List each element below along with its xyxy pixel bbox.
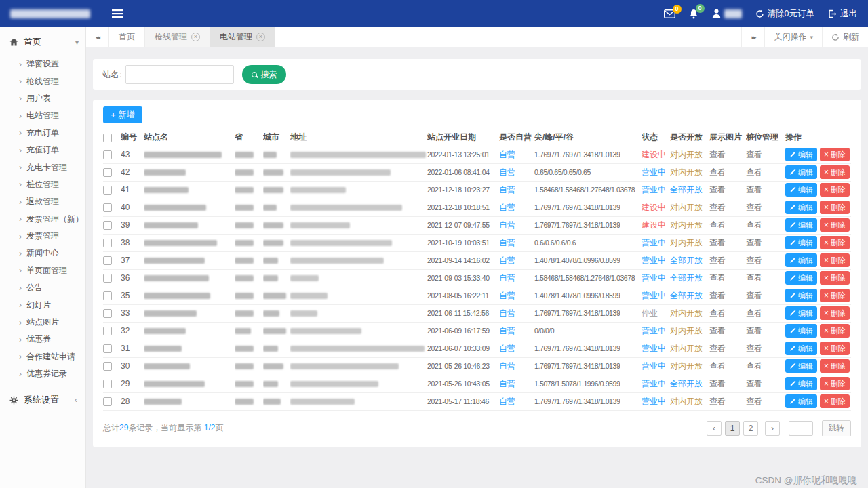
edit-button[interactable]: 编辑 (785, 201, 817, 214)
page-button-2[interactable]: 2 (743, 421, 758, 436)
view-images-link[interactable]: 查看 (709, 167, 726, 177)
view-images-link[interactable]: 查看 (709, 326, 726, 336)
view-piles-link[interactable]: 查看 (746, 396, 762, 406)
sidebar-item-18[interactable]: ›优惠券记录 (0, 365, 85, 382)
sidebar-item-6[interactable]: ›充电卡管理 (0, 159, 85, 176)
sidebar-item-5[interactable]: ›充值订单 (0, 142, 85, 159)
edit-button[interactable]: 编辑 (785, 253, 817, 267)
view-images-link[interactable]: 查看 (709, 291, 726, 300)
view-images-link[interactable]: 查看 (709, 256, 726, 265)
delete-button[interactable]: ×删除 (820, 218, 850, 232)
view-images-link[interactable]: 查看 (709, 361, 726, 371)
view-piles-link[interactable]: 查看 (746, 203, 762, 212)
view-piles-link[interactable]: 查看 (746, 273, 762, 283)
delete-button[interactable]: ×删除 (820, 271, 850, 285)
view-images-link[interactable]: 查看 (709, 344, 726, 353)
tab-2[interactable]: 电站管理× (210, 27, 275, 47)
row-checkbox[interactable] (103, 362, 112, 371)
edit-button[interactable]: 编辑 (785, 377, 817, 390)
view-piles-link[interactable]: 查看 (746, 150, 762, 159)
view-piles-link[interactable]: 查看 (746, 238, 762, 247)
sidebar-item-4[interactable]: ›充电订单 (0, 125, 85, 142)
delete-button[interactable]: ×删除 (820, 201, 850, 214)
sidebar-item-system-settings[interactable]: 系统设置 ‹ (0, 388, 85, 411)
sidebar-item-12[interactable]: ›单页面管理 (0, 262, 85, 279)
edit-button[interactable]: 编辑 (785, 359, 817, 373)
delete-button[interactable]: ×删除 (820, 359, 850, 373)
sidebar-item-8[interactable]: ›退款管理 (0, 193, 85, 210)
row-checkbox[interactable] (103, 203, 112, 212)
edit-button[interactable]: 编辑 (785, 306, 817, 320)
user-menu[interactable] (712, 9, 742, 18)
sidebar-item-15[interactable]: ›站点图片 (0, 314, 85, 331)
jump-button[interactable]: 跳转 (822, 420, 851, 436)
row-checkbox[interactable] (103, 291, 112, 300)
row-checkbox[interactable] (103, 380, 112, 388)
edit-button[interactable]: 编辑 (785, 289, 817, 302)
row-checkbox[interactable] (103, 256, 112, 265)
row-checkbox[interactable] (103, 239, 112, 247)
sidebar-item-9[interactable]: ›发票管理（新） (0, 211, 85, 228)
row-checkbox[interactable] (103, 150, 112, 159)
search-button[interactable]: 搜索 (242, 65, 286, 84)
edit-button[interactable]: 编辑 (785, 236, 817, 249)
edit-button[interactable]: 编辑 (785, 324, 817, 338)
jump-page-input[interactable] (789, 421, 813, 436)
row-checkbox[interactable] (103, 168, 112, 177)
view-piles-link[interactable]: 查看 (746, 291, 762, 300)
delete-button[interactable]: ×删除 (820, 148, 850, 161)
view-images-link[interactable]: 查看 (709, 203, 726, 212)
prev-page-button[interactable]: ‹ (707, 421, 722, 436)
sidebar-item-2[interactable]: ›用户表 (0, 90, 85, 107)
sidebar-item-10[interactable]: ›发票管理 (0, 228, 85, 245)
view-piles-link[interactable]: 查看 (746, 256, 762, 265)
delete-button[interactable]: ×删除 (820, 394, 850, 408)
mail-icon[interactable]: 0 (664, 9, 675, 18)
sidebar-item-14[interactable]: ›幻灯片 (0, 296, 85, 313)
view-images-link[interactable]: 查看 (709, 150, 726, 159)
row-checkbox[interactable] (103, 327, 112, 336)
edit-button[interactable]: 编辑 (785, 218, 817, 232)
view-piles-link[interactable]: 查看 (746, 220, 762, 230)
tab-0[interactable]: 首页 (109, 27, 145, 47)
delete-button[interactable]: ×删除 (820, 253, 850, 267)
delete-button[interactable]: ×删除 (820, 289, 850, 302)
sidebar-item-3[interactable]: ›电站管理 (0, 107, 85, 124)
sidebar-item-17[interactable]: ›合作建站申请 (0, 348, 85, 365)
sidebar-item-0[interactable]: ›弹窗设置 (0, 56, 85, 73)
sidebar-item-16[interactable]: ›优惠券 (0, 331, 85, 348)
delete-button[interactable]: ×删除 (820, 324, 850, 338)
tab-1[interactable]: 枪线管理× (145, 27, 210, 47)
delete-button[interactable]: ×删除 (820, 165, 850, 179)
view-piles-link[interactable]: 查看 (746, 308, 762, 318)
logout-button[interactable]: 退出 (828, 8, 857, 20)
row-checkbox[interactable] (103, 221, 112, 230)
view-piles-link[interactable]: 查看 (746, 167, 762, 177)
edit-button[interactable]: 编辑 (785, 183, 817, 197)
view-images-link[interactable]: 查看 (709, 220, 726, 230)
edit-button[interactable]: 编辑 (785, 148, 817, 161)
tab-close-icon[interactable]: × (256, 33, 265, 41)
next-page-button[interactable]: › (765, 421, 780, 436)
tabs-scroll-right-button[interactable]: ▸▸ (741, 27, 764, 47)
clear-zero-orders-button[interactable]: 清除0元订单 (755, 8, 814, 20)
refresh-tab-button[interactable]: 刷新 (822, 27, 868, 47)
tabs-scroll-left-button[interactable]: ◂◂ (86, 27, 109, 47)
delete-button[interactable]: ×删除 (820, 342, 850, 355)
delete-button[interactable]: ×删除 (820, 236, 850, 249)
view-piles-link[interactable]: 查看 (746, 379, 762, 388)
edit-button[interactable]: 编辑 (785, 271, 817, 285)
sidebar-item-11[interactable]: ›新闻中心 (0, 245, 85, 262)
view-images-link[interactable]: 查看 (709, 238, 726, 247)
bell-icon[interactable]: 0 (689, 9, 698, 19)
row-checkbox[interactable] (103, 309, 112, 318)
view-piles-link[interactable]: 查看 (746, 344, 762, 353)
row-checkbox[interactable] (103, 344, 112, 353)
hamburger-menu-icon[interactable] (104, 9, 131, 18)
add-station-button[interactable]: + 新增 (103, 106, 142, 123)
delete-button[interactable]: ×删除 (820, 183, 850, 197)
page-button-1[interactable]: 1 (725, 421, 740, 436)
station-name-input[interactable] (125, 65, 234, 84)
view-images-link[interactable]: 查看 (709, 273, 726, 283)
view-piles-link[interactable]: 查看 (746, 185, 762, 195)
